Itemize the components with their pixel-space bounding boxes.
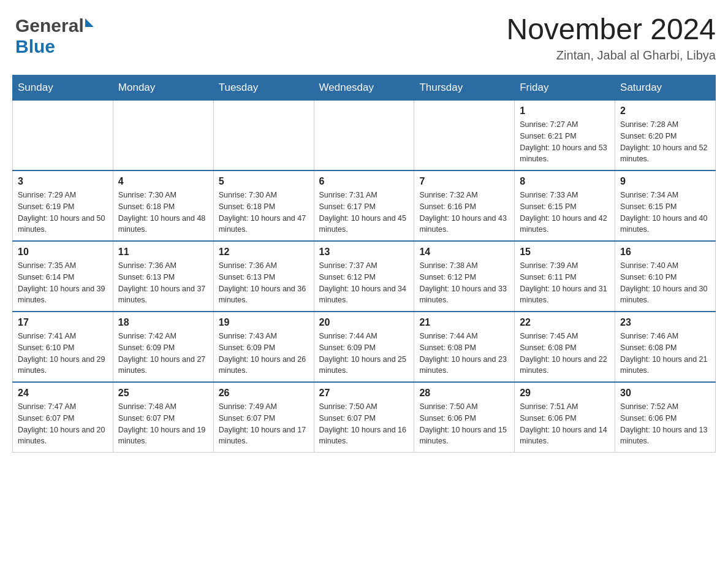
calendar-cell: 27Sunrise: 7:50 AM Sunset: 6:07 PM Dayli… — [314, 382, 414, 453]
day-info: Sunrise: 7:44 AM Sunset: 6:09 PM Dayligh… — [319, 331, 409, 377]
calendar-cell: 7Sunrise: 7:32 AM Sunset: 6:16 PM Daylig… — [414, 170, 515, 241]
day-number: 26 — [219, 388, 309, 399]
calendar-cell: 19Sunrise: 7:43 AM Sunset: 6:09 PM Dayli… — [213, 312, 314, 382]
week-row-1: 1Sunrise: 7:27 AM Sunset: 6:21 PM Daylig… — [13, 101, 716, 171]
day-info: Sunrise: 7:43 AM Sunset: 6:09 PM Dayligh… — [219, 331, 309, 377]
calendar-table: SundayMondayTuesdayWednesdayThursdayFrid… — [12, 75, 716, 453]
day-number: 21 — [419, 317, 509, 328]
calendar-cell: 2Sunrise: 7:28 AM Sunset: 6:20 PM Daylig… — [615, 101, 716, 171]
day-info: Sunrise: 7:39 AM Sunset: 6:11 PM Dayligh… — [520, 260, 610, 306]
day-number: 27 — [319, 388, 409, 399]
logo-general-text: General — [15, 15, 84, 36]
day-info: Sunrise: 7:34 AM Sunset: 6:15 PM Dayligh… — [620, 190, 710, 236]
day-info: Sunrise: 7:36 AM Sunset: 6:13 PM Dayligh… — [219, 260, 309, 306]
calendar-cell: 26Sunrise: 7:49 AM Sunset: 6:07 PM Dayli… — [213, 382, 314, 453]
day-info: Sunrise: 7:33 AM Sunset: 6:15 PM Dayligh… — [520, 190, 610, 236]
day-info: Sunrise: 7:51 AM Sunset: 6:06 PM Dayligh… — [520, 401, 610, 447]
day-info: Sunrise: 7:28 AM Sunset: 6:20 PM Dayligh… — [620, 119, 710, 165]
day-number: 20 — [319, 317, 409, 328]
calendar-cell: 16Sunrise: 7:40 AM Sunset: 6:10 PM Dayli… — [615, 241, 716, 312]
weekday-header-friday: Friday — [515, 75, 615, 101]
calendar-cell: 21Sunrise: 7:44 AM Sunset: 6:08 PM Dayli… — [414, 312, 515, 382]
day-number: 3 — [18, 176, 108, 187]
weekday-header-saturday: Saturday — [615, 75, 716, 101]
day-number: 18 — [118, 317, 208, 328]
day-info: Sunrise: 7:30 AM Sunset: 6:18 PM Dayligh… — [219, 190, 309, 236]
day-number: 11 — [118, 247, 208, 258]
day-number: 4 — [118, 176, 208, 187]
day-info: Sunrise: 7:50 AM Sunset: 6:06 PM Dayligh… — [419, 401, 509, 447]
day-number: 28 — [419, 388, 509, 399]
calendar-cell: 30Sunrise: 7:52 AM Sunset: 6:06 PM Dayli… — [615, 382, 716, 453]
calendar-cell: 6Sunrise: 7:31 AM Sunset: 6:17 PM Daylig… — [314, 170, 414, 241]
calendar-cell: 4Sunrise: 7:30 AM Sunset: 6:18 PM Daylig… — [113, 170, 213, 241]
day-number: 5 — [219, 176, 309, 187]
day-info: Sunrise: 7:37 AM Sunset: 6:12 PM Dayligh… — [319, 260, 409, 306]
day-info: Sunrise: 7:52 AM Sunset: 6:06 PM Dayligh… — [620, 401, 710, 447]
day-number: 16 — [620, 247, 710, 258]
day-info: Sunrise: 7:31 AM Sunset: 6:17 PM Dayligh… — [319, 190, 409, 236]
day-info: Sunrise: 7:40 AM Sunset: 6:10 PM Dayligh… — [620, 260, 710, 306]
weekday-header-tuesday: Tuesday — [213, 75, 314, 101]
weekday-header-wednesday: Wednesday — [314, 75, 414, 101]
week-row-3: 10Sunrise: 7:35 AM Sunset: 6:14 PM Dayli… — [13, 241, 716, 312]
calendar-cell: 8Sunrise: 7:33 AM Sunset: 6:15 PM Daylig… — [515, 170, 615, 241]
day-number: 15 — [520, 247, 610, 258]
calendar-cell — [414, 101, 515, 171]
day-number: 24 — [18, 388, 108, 399]
day-number: 6 — [319, 176, 409, 187]
calendar-cell — [314, 101, 414, 171]
logo-arrow-icon — [85, 18, 94, 27]
title-block: November 2024 Zintan, Jabal al Gharbi, L… — [506, 12, 716, 63]
day-info: Sunrise: 7:41 AM Sunset: 6:10 PM Dayligh… — [18, 331, 108, 377]
calendar-cell: 14Sunrise: 7:38 AM Sunset: 6:12 PM Dayli… — [414, 241, 515, 312]
day-number: 19 — [219, 317, 309, 328]
day-info: Sunrise: 7:38 AM Sunset: 6:12 PM Dayligh… — [419, 260, 509, 306]
calendar-cell: 23Sunrise: 7:46 AM Sunset: 6:08 PM Dayli… — [615, 312, 716, 382]
day-number: 10 — [18, 247, 108, 258]
logo-blue-text: Blue — [15, 36, 55, 56]
calendar-cell: 10Sunrise: 7:35 AM Sunset: 6:14 PM Dayli… — [13, 241, 113, 312]
day-number: 13 — [319, 247, 409, 258]
day-number: 9 — [620, 176, 710, 187]
day-info: Sunrise: 7:50 AM Sunset: 6:07 PM Dayligh… — [319, 401, 409, 447]
day-info: Sunrise: 7:27 AM Sunset: 6:21 PM Dayligh… — [520, 119, 610, 165]
weekday-header-sunday: Sunday — [13, 75, 113, 101]
day-info: Sunrise: 7:49 AM Sunset: 6:07 PM Dayligh… — [219, 401, 309, 447]
calendar-cell: 13Sunrise: 7:37 AM Sunset: 6:12 PM Dayli… — [314, 241, 414, 312]
day-info: Sunrise: 7:29 AM Sunset: 6:19 PM Dayligh… — [18, 190, 108, 236]
day-number: 14 — [419, 247, 509, 258]
calendar-cell: 17Sunrise: 7:41 AM Sunset: 6:10 PM Dayli… — [13, 312, 113, 382]
day-info: Sunrise: 7:46 AM Sunset: 6:08 PM Dayligh… — [620, 331, 710, 377]
day-number: 1 — [520, 105, 610, 117]
day-info: Sunrise: 7:35 AM Sunset: 6:14 PM Dayligh… — [18, 260, 108, 306]
day-number: 7 — [419, 176, 509, 187]
calendar-cell — [113, 101, 213, 171]
day-number: 23 — [620, 317, 710, 328]
calendar-cell: 22Sunrise: 7:45 AM Sunset: 6:08 PM Dayli… — [515, 312, 615, 382]
day-info: Sunrise: 7:45 AM Sunset: 6:08 PM Dayligh… — [520, 331, 610, 377]
location-subtitle: Zintan, Jabal al Gharbi, Libya — [506, 48, 716, 63]
week-row-5: 24Sunrise: 7:47 AM Sunset: 6:07 PM Dayli… — [13, 382, 716, 453]
calendar-cell: 24Sunrise: 7:47 AM Sunset: 6:07 PM Dayli… — [13, 382, 113, 453]
day-number: 17 — [18, 317, 108, 328]
calendar-cell — [213, 101, 314, 171]
weekday-header-monday: Monday — [113, 75, 213, 101]
calendar-cell: 9Sunrise: 7:34 AM Sunset: 6:15 PM Daylig… — [615, 170, 716, 241]
day-number: 25 — [118, 388, 208, 399]
calendar-cell: 20Sunrise: 7:44 AM Sunset: 6:09 PM Dayli… — [314, 312, 414, 382]
month-title: November 2024 — [506, 12, 716, 46]
weekday-header-thursday: Thursday — [414, 75, 515, 101]
calendar-cell: 18Sunrise: 7:42 AM Sunset: 6:09 PM Dayli… — [113, 312, 213, 382]
weekday-header-row: SundayMondayTuesdayWednesdayThursdayFrid… — [13, 75, 716, 101]
calendar-cell: 15Sunrise: 7:39 AM Sunset: 6:11 PM Dayli… — [515, 241, 615, 312]
week-row-4: 17Sunrise: 7:41 AM Sunset: 6:10 PM Dayli… — [13, 312, 716, 382]
calendar-cell: 5Sunrise: 7:30 AM Sunset: 6:18 PM Daylig… — [213, 170, 314, 241]
day-info: Sunrise: 7:36 AM Sunset: 6:13 PM Dayligh… — [118, 260, 208, 306]
calendar-cell: 3Sunrise: 7:29 AM Sunset: 6:19 PM Daylig… — [13, 170, 113, 241]
week-row-2: 3Sunrise: 7:29 AM Sunset: 6:19 PM Daylig… — [13, 170, 716, 241]
logo: General Blue — [12, 12, 97, 60]
day-number: 2 — [620, 105, 710, 117]
day-number: 12 — [219, 247, 309, 258]
day-number: 22 — [520, 317, 610, 328]
